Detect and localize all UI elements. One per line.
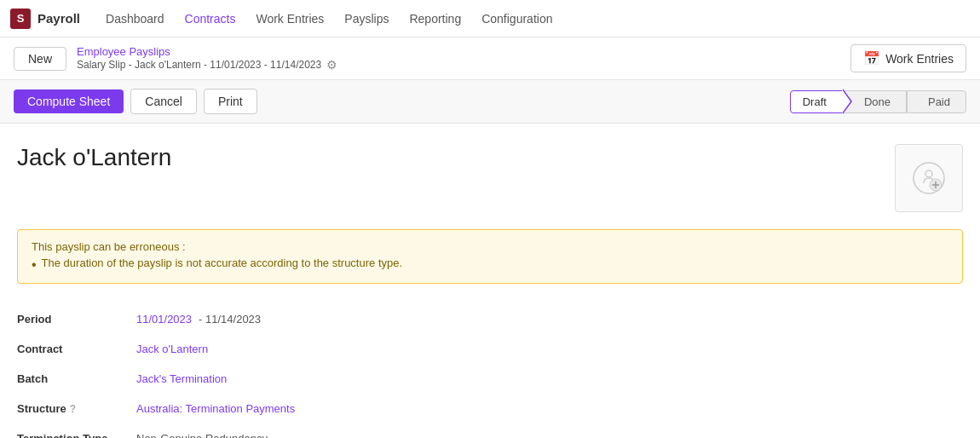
main-content: Jack o'Lantern This payslip can be erron… <box>0 124 980 438</box>
structure-link[interactable]: Australia: Termination Payments <box>136 402 295 415</box>
period-value: 11/01/2023 - 11/14/2023 <box>136 304 528 334</box>
work-entries-button[interactable]: 📅 Work Entries <box>850 44 966 72</box>
termination-type-label: Termination Type <box>17 424 136 438</box>
work-entries-label: Work Entries <box>885 52 954 66</box>
contract-value: Jack o'Lantern <box>136 334 528 364</box>
contract-link[interactable]: Jack o'Lantern <box>136 343 208 355</box>
app-logo: S <box>10 9 31 29</box>
cancel-button[interactable]: Cancel <box>130 89 197 114</box>
form-fields: Period 11/01/2023 - 11/14/2023 Contract … <box>17 304 528 438</box>
batch-link[interactable]: Jack's Termination <box>136 372 227 385</box>
batch-value: Jack's Termination <box>136 364 528 394</box>
warning-dot: • <box>32 256 37 273</box>
structure-help-icon[interactable]: ? <box>70 403 76 415</box>
nav-work-entries[interactable]: Work Entries <box>247 9 332 29</box>
termination-type-text: Non-Genuine Redundancy <box>136 432 268 438</box>
nav-dashboard[interactable]: Dashboard <box>97 9 173 29</box>
warning-text: The duration of the payslip is not accur… <box>42 256 402 269</box>
nav-items: Dashboard Contracts Work Entries Payslip… <box>97 9 561 29</box>
employee-name-row: Jack o'Lantern <box>17 144 963 212</box>
status-steps: Draft Done Paid <box>790 90 966 113</box>
breadcrumb-link[interactable]: Employee Payslips <box>77 45 840 58</box>
warning-item: • The duration of the payslip is not acc… <box>32 256 948 273</box>
compute-sheet-button[interactable]: Compute Sheet <box>14 89 124 113</box>
warning-box: This payslip can be erroneous : • The du… <box>17 229 963 284</box>
period-separator: - 11/14/2023 <box>199 313 261 326</box>
employee-name: Jack o'Lantern <box>17 144 171 171</box>
structure-label: Structure ? <box>17 394 136 424</box>
breadcrumb-sub: Salary Slip - Jack o'Lantern - 11/01/202… <box>77 58 840 72</box>
status-paid[interactable]: Paid <box>907 90 966 113</box>
gear-icon[interactable]: ⚙ <box>326 58 337 72</box>
period-start[interactable]: 11/01/2023 <box>136 313 192 326</box>
period-label: Period <box>17 304 136 334</box>
termination-type-value: Non-Genuine Redundancy <box>136 424 528 438</box>
breadcrumb-sub-text: Salary Slip - Jack o'Lantern - 11/01/202… <box>77 59 321 71</box>
new-button[interactable]: New <box>14 47 66 71</box>
status-done[interactable]: Done <box>843 90 907 113</box>
top-nav: S Payroll Dashboard Contracts Work Entri… <box>0 0 980 37</box>
nav-reporting[interactable]: Reporting <box>401 9 470 29</box>
toolbar: Compute Sheet Cancel Print Draft Done Pa… <box>0 80 980 124</box>
action-bar: New Employee Payslips Salary Slip - Jack… <box>0 37 980 80</box>
breadcrumb-area: Employee Payslips Salary Slip - Jack o'L… <box>77 45 840 72</box>
svg-point-1 <box>925 170 932 177</box>
nav-configuration[interactable]: Configuration <box>473 9 561 29</box>
app-name: Payroll <box>37 11 80 26</box>
nav-contracts[interactable]: Contracts <box>176 9 245 29</box>
print-button[interactable]: Print <box>204 89 257 114</box>
nav-payslips[interactable]: Payslips <box>336 9 397 29</box>
status-draft[interactable]: Draft <box>790 90 843 113</box>
warning-title: This payslip can be erroneous : <box>32 240 948 253</box>
batch-label: Batch <box>17 364 136 394</box>
calendar-icon: 📅 <box>863 50 880 66</box>
contract-label: Contract <box>17 334 136 364</box>
avatar <box>895 144 963 212</box>
structure-value: Australia: Termination Payments <box>136 394 528 424</box>
